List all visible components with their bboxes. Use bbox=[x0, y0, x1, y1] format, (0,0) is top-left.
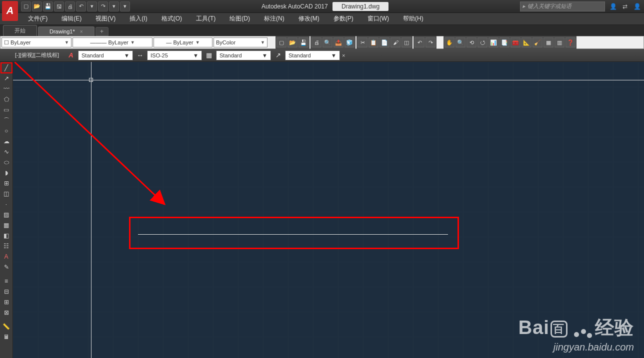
tab-start[interactable]: 开始 bbox=[3, 25, 37, 36]
calc-icon[interactable]: 📐 bbox=[522, 37, 532, 47]
dropdown-icon: ▼ bbox=[260, 40, 265, 45]
file-name: Drawing1.dwg bbox=[332, 2, 388, 11]
save-icon[interactable]: 💾 bbox=[298, 37, 308, 47]
qat-new-icon[interactable]: ▢ bbox=[21, 1, 31, 11]
toolbar-close-icon[interactable]: × bbox=[342, 52, 348, 58]
menu-help[interactable]: 帮助(H) bbox=[396, 13, 430, 24]
tool-icon[interactable]: 🧰 bbox=[510, 37, 520, 47]
rectangle-tool-icon[interactable]: ▭ bbox=[1, 105, 12, 115]
search-input[interactable]: ▸ 键入关键字或短语 bbox=[520, 1, 605, 11]
undo-icon[interactable]: ↶ bbox=[414, 37, 424, 47]
close-icon[interactable]: × bbox=[80, 29, 83, 34]
open-icon[interactable]: 📂 bbox=[288, 37, 298, 47]
menu-modify[interactable]: 修改(M) bbox=[292, 13, 326, 24]
zoomprev-icon[interactable]: ⟲ bbox=[466, 37, 476, 47]
3dprint-icon[interactable]: 🧊 bbox=[344, 37, 354, 47]
copy-icon[interactable]: 📋 bbox=[368, 37, 378, 47]
block-tool-icon[interactable]: ◫ bbox=[1, 189, 12, 199]
circle-tool-icon[interactable]: ○ bbox=[1, 126, 12, 136]
xline-tool-icon[interactable]: ↗ bbox=[1, 73, 12, 83]
dim-style-icon[interactable]: ↔ bbox=[135, 50, 145, 60]
qat-redo-icon[interactable]: ↷ bbox=[98, 1, 108, 11]
layeriso-tool-icon[interactable]: ⊞ bbox=[1, 297, 12, 307]
signin-icon[interactable]: 👤 bbox=[608, 2, 618, 11]
tab-drawing1[interactable]: Drawing1* × bbox=[38, 26, 94, 36]
new-icon[interactable]: ▢ bbox=[276, 37, 286, 47]
region-tool-icon[interactable]: ◧ bbox=[1, 231, 12, 241]
exchange-icon[interactable]: ⇄ bbox=[620, 2, 630, 11]
quickcalc-tool-icon[interactable]: 🖩 bbox=[1, 332, 12, 342]
hatch-tool-icon[interactable]: ▨ bbox=[1, 210, 12, 220]
qat-saveas-icon[interactable]: 🖫 bbox=[54, 1, 64, 11]
mtext-tool-icon[interactable]: A bbox=[1, 252, 12, 262]
paste-icon[interactable]: 📄 bbox=[380, 37, 390, 47]
menu-view[interactable]: 视图(V) bbox=[88, 13, 122, 24]
prop-icon[interactable]: 📊 bbox=[488, 37, 498, 47]
table-tool-icon[interactable]: ☷ bbox=[1, 241, 12, 251]
sheet-icon[interactable]: 📑 bbox=[500, 37, 510, 47]
help-icon[interactable]: ❓ bbox=[566, 37, 576, 47]
viewport-label[interactable]: [-][俯视][二维线框] bbox=[15, 51, 59, 59]
arc-tool-icon[interactable]: ⌒ bbox=[1, 115, 12, 125]
drawing-canvas[interactable]: Bai百 经验 jingyan.baidu.com bbox=[13, 62, 644, 358]
addselected-tool-icon[interactable]: ✎ bbox=[1, 262, 12, 272]
table-style-combo[interactable]: Standard ▼ bbox=[216, 50, 271, 60]
user-icon[interactable]: 👤 bbox=[632, 2, 642, 11]
table-style-icon[interactable]: ▦ bbox=[204, 50, 214, 60]
layer-tool-icon[interactable]: ≡ bbox=[1, 276, 12, 286]
mleader-style-combo[interactable]: Standard ▼ bbox=[285, 50, 340, 60]
qat-open-icon[interactable]: 📂 bbox=[32, 1, 42, 11]
layer-combo[interactable]: ☐ ByLayer ▼ bbox=[2, 37, 72, 47]
qat-print-icon[interactable]: 🖨 bbox=[65, 1, 75, 11]
tab-add-button[interactable]: + bbox=[96, 27, 108, 36]
qat-more-icon[interactable]: ▾ bbox=[120, 1, 130, 11]
zoom-icon[interactable]: 🔍 bbox=[456, 37, 466, 47]
dim-style-combo[interactable]: ISO-25 ▼ bbox=[147, 50, 202, 60]
text-style-combo[interactable]: Standard ▼ bbox=[78, 50, 133, 60]
menu-window[interactable]: 窗口(W) bbox=[360, 13, 396, 24]
insert-tool-icon[interactable]: ⊞ bbox=[1, 178, 12, 188]
text-style-icon[interactable]: A bbox=[66, 50, 76, 60]
clean-icon[interactable]: 🧹 bbox=[532, 37, 542, 47]
lineweight-combo[interactable]: — ByLayer ▼ bbox=[154, 37, 212, 47]
layermatch-tool-icon[interactable]: ⊟ bbox=[1, 287, 12, 297]
qat-undo-icon[interactable]: ↶ bbox=[76, 1, 86, 11]
ellipse-tool-icon[interactable]: ⬭ bbox=[1, 157, 12, 167]
menu-dimension[interactable]: 标注(N) bbox=[257, 13, 292, 24]
cut-icon[interactable]: ✂ bbox=[358, 37, 368, 47]
menu-parametric[interactable]: 参数(P) bbox=[326, 13, 360, 24]
preview-icon[interactable]: 🔍 bbox=[322, 37, 332, 47]
menu-draw[interactable]: 绘图(D) bbox=[222, 13, 257, 24]
menu-file[interactable]: 文件(F) bbox=[21, 13, 54, 24]
block-icon[interactable]: ◫ bbox=[402, 37, 412, 47]
mleader-style-icon[interactable]: ↗ bbox=[273, 50, 283, 60]
revcloud-tool-icon[interactable]: ☁ bbox=[1, 136, 12, 146]
layeroff-tool-icon[interactable]: ⊠ bbox=[1, 308, 12, 318]
ellipsearc-tool-icon[interactable]: ◗ bbox=[1, 168, 12, 178]
point-tool-icon[interactable]: · bbox=[1, 199, 12, 209]
qat-save-icon[interactable]: 💾 bbox=[43, 1, 53, 11]
redo-icon[interactable]: ↷ bbox=[426, 37, 436, 47]
print-icon[interactable]: 🖨 bbox=[312, 37, 322, 47]
menu-insert[interactable]: 插入(I) bbox=[122, 13, 154, 24]
orbit-icon[interactable]: ⭯ bbox=[478, 37, 488, 47]
color-combo[interactable]: ByColor ▼ bbox=[214, 37, 268, 47]
polygon-tool-icon[interactable]: ⬠ bbox=[1, 94, 12, 104]
line-tool-icon[interactable]: ╱ bbox=[1, 63, 12, 73]
menu-format[interactable]: 格式(O) bbox=[154, 13, 189, 24]
more2-icon[interactable]: ▥ bbox=[554, 37, 564, 47]
linetype-combo[interactable]: ——— ByLayer ▼ bbox=[72, 37, 152, 47]
app-logo[interactable]: A bbox=[2, 1, 18, 21]
menu-tools[interactable]: 工具(T) bbox=[189, 13, 222, 24]
match-icon[interactable]: 🖌 bbox=[390, 37, 400, 47]
qat-undo-drop-icon[interactable]: ▾ bbox=[87, 1, 97, 11]
publish-icon[interactable]: 📤 bbox=[334, 37, 344, 47]
gradient-tool-icon[interactable]: ▦ bbox=[1, 220, 12, 230]
qat-redo-drop-icon[interactable]: ▾ bbox=[109, 1, 119, 11]
menu-edit[interactable]: 编辑(E) bbox=[54, 13, 88, 24]
pan-icon[interactable]: ✋ bbox=[444, 37, 454, 47]
measure-tool-icon[interactable]: 📏 bbox=[1, 322, 12, 332]
more1-icon[interactable]: ▦ bbox=[544, 37, 554, 47]
polyline-tool-icon[interactable]: 〰 bbox=[1, 84, 12, 94]
spline-tool-icon[interactable]: ∿ bbox=[1, 147, 12, 157]
